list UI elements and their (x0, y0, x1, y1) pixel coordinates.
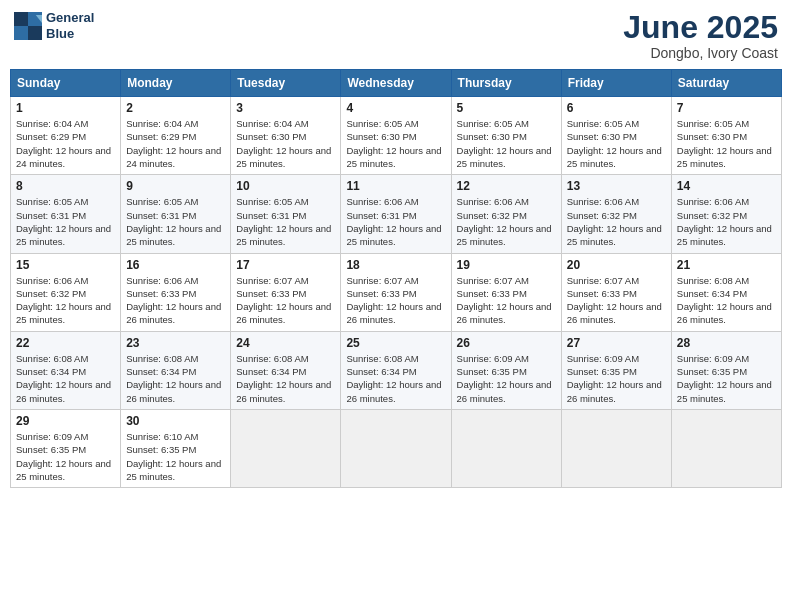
day-info: Sunrise: 6:06 AM Sunset: 6:32 PM Dayligh… (567, 195, 666, 248)
day-info: Sunrise: 6:06 AM Sunset: 6:33 PM Dayligh… (126, 274, 225, 327)
day-number: 12 (457, 179, 556, 193)
calendar-week-row: 29 Sunrise: 6:09 AM Sunset: 6:35 PM Dayl… (11, 409, 782, 487)
calendar-week-row: 15 Sunrise: 6:06 AM Sunset: 6:32 PM Dayl… (11, 253, 782, 331)
day-number: 16 (126, 258, 225, 272)
day-number: 30 (126, 414, 225, 428)
day-info: Sunrise: 6:09 AM Sunset: 6:35 PM Dayligh… (677, 352, 776, 405)
calendar-cell: 29 Sunrise: 6:09 AM Sunset: 6:35 PM Dayl… (11, 409, 121, 487)
weekday-header-wednesday: Wednesday (341, 70, 451, 97)
day-number: 9 (126, 179, 225, 193)
day-number: 22 (16, 336, 115, 350)
day-number: 5 (457, 101, 556, 115)
calendar-cell: 17 Sunrise: 6:07 AM Sunset: 6:33 PM Dayl… (231, 253, 341, 331)
calendar-cell: 10 Sunrise: 6:05 AM Sunset: 6:31 PM Dayl… (231, 175, 341, 253)
day-number: 10 (236, 179, 335, 193)
calendar-cell: 26 Sunrise: 6:09 AM Sunset: 6:35 PM Dayl… (451, 331, 561, 409)
day-info: Sunrise: 6:05 AM Sunset: 6:30 PM Dayligh… (567, 117, 666, 170)
month-title: June 2025 (623, 10, 778, 45)
day-info: Sunrise: 6:08 AM Sunset: 6:34 PM Dayligh… (346, 352, 445, 405)
weekday-header-row: SundayMondayTuesdayWednesdayThursdayFrid… (11, 70, 782, 97)
day-number: 11 (346, 179, 445, 193)
calendar-cell: 18 Sunrise: 6:07 AM Sunset: 6:33 PM Dayl… (341, 253, 451, 331)
day-info: Sunrise: 6:07 AM Sunset: 6:33 PM Dayligh… (567, 274, 666, 327)
day-number: 6 (567, 101, 666, 115)
calendar-cell: 6 Sunrise: 6:05 AM Sunset: 6:30 PM Dayli… (561, 97, 671, 175)
calendar-cell (451, 409, 561, 487)
day-info: Sunrise: 6:09 AM Sunset: 6:35 PM Dayligh… (567, 352, 666, 405)
svg-rect-0 (14, 12, 28, 26)
logo-text: General Blue (46, 10, 94, 41)
calendar-cell: 27 Sunrise: 6:09 AM Sunset: 6:35 PM Dayl… (561, 331, 671, 409)
day-number: 20 (567, 258, 666, 272)
day-info: Sunrise: 6:06 AM Sunset: 6:31 PM Dayligh… (346, 195, 445, 248)
calendar-week-row: 1 Sunrise: 6:04 AM Sunset: 6:29 PM Dayli… (11, 97, 782, 175)
day-info: Sunrise: 6:07 AM Sunset: 6:33 PM Dayligh… (346, 274, 445, 327)
day-number: 26 (457, 336, 556, 350)
day-info: Sunrise: 6:08 AM Sunset: 6:34 PM Dayligh… (16, 352, 115, 405)
day-number: 3 (236, 101, 335, 115)
calendar-cell: 30 Sunrise: 6:10 AM Sunset: 6:35 PM Dayl… (121, 409, 231, 487)
day-info: Sunrise: 6:05 AM Sunset: 6:31 PM Dayligh… (16, 195, 115, 248)
day-info: Sunrise: 6:08 AM Sunset: 6:34 PM Dayligh… (126, 352, 225, 405)
day-info: Sunrise: 6:06 AM Sunset: 6:32 PM Dayligh… (677, 195, 776, 248)
calendar-week-row: 22 Sunrise: 6:08 AM Sunset: 6:34 PM Dayl… (11, 331, 782, 409)
weekday-header-thursday: Thursday (451, 70, 561, 97)
logo: General Blue (14, 10, 94, 41)
day-number: 19 (457, 258, 556, 272)
title-area: June 2025 Dongbo, Ivory Coast (623, 10, 778, 61)
calendar-cell: 1 Sunrise: 6:04 AM Sunset: 6:29 PM Dayli… (11, 97, 121, 175)
calendar-cell: 20 Sunrise: 6:07 AM Sunset: 6:33 PM Dayl… (561, 253, 671, 331)
calendar-cell (671, 409, 781, 487)
calendar-cell: 5 Sunrise: 6:05 AM Sunset: 6:30 PM Dayli… (451, 97, 561, 175)
calendar-cell: 19 Sunrise: 6:07 AM Sunset: 6:33 PM Dayl… (451, 253, 561, 331)
calendar-cell: 21 Sunrise: 6:08 AM Sunset: 6:34 PM Dayl… (671, 253, 781, 331)
calendar-cell: 7 Sunrise: 6:05 AM Sunset: 6:30 PM Dayli… (671, 97, 781, 175)
svg-rect-2 (14, 26, 28, 40)
calendar-cell: 14 Sunrise: 6:06 AM Sunset: 6:32 PM Dayl… (671, 175, 781, 253)
weekday-header-friday: Friday (561, 70, 671, 97)
calendar-cell: 25 Sunrise: 6:08 AM Sunset: 6:34 PM Dayl… (341, 331, 451, 409)
day-number: 14 (677, 179, 776, 193)
weekday-header-tuesday: Tuesday (231, 70, 341, 97)
calendar-cell (561, 409, 671, 487)
day-info: Sunrise: 6:07 AM Sunset: 6:33 PM Dayligh… (236, 274, 335, 327)
day-number: 15 (16, 258, 115, 272)
day-info: Sunrise: 6:09 AM Sunset: 6:35 PM Dayligh… (457, 352, 556, 405)
calendar-cell: 9 Sunrise: 6:05 AM Sunset: 6:31 PM Dayli… (121, 175, 231, 253)
day-info: Sunrise: 6:05 AM Sunset: 6:31 PM Dayligh… (126, 195, 225, 248)
day-number: 2 (126, 101, 225, 115)
day-number: 28 (677, 336, 776, 350)
calendar-cell: 22 Sunrise: 6:08 AM Sunset: 6:34 PM Dayl… (11, 331, 121, 409)
calendar-cell: 12 Sunrise: 6:06 AM Sunset: 6:32 PM Dayl… (451, 175, 561, 253)
day-info: Sunrise: 6:05 AM Sunset: 6:31 PM Dayligh… (236, 195, 335, 248)
day-info: Sunrise: 6:05 AM Sunset: 6:30 PM Dayligh… (346, 117, 445, 170)
day-info: Sunrise: 6:04 AM Sunset: 6:29 PM Dayligh… (16, 117, 115, 170)
weekday-header-monday: Monday (121, 70, 231, 97)
calendar-cell (341, 409, 451, 487)
weekday-header-sunday: Sunday (11, 70, 121, 97)
day-info: Sunrise: 6:07 AM Sunset: 6:33 PM Dayligh… (457, 274, 556, 327)
day-info: Sunrise: 6:04 AM Sunset: 6:30 PM Dayligh… (236, 117, 335, 170)
day-number: 1 (16, 101, 115, 115)
calendar-cell: 24 Sunrise: 6:08 AM Sunset: 6:34 PM Dayl… (231, 331, 341, 409)
calendar-cell: 28 Sunrise: 6:09 AM Sunset: 6:35 PM Dayl… (671, 331, 781, 409)
day-info: Sunrise: 6:06 AM Sunset: 6:32 PM Dayligh… (457, 195, 556, 248)
calendar-cell: 16 Sunrise: 6:06 AM Sunset: 6:33 PM Dayl… (121, 253, 231, 331)
calendar-cell: 8 Sunrise: 6:05 AM Sunset: 6:31 PM Dayli… (11, 175, 121, 253)
logo-icon (14, 12, 42, 40)
day-info: Sunrise: 6:05 AM Sunset: 6:30 PM Dayligh… (677, 117, 776, 170)
calendar-cell: 2 Sunrise: 6:04 AM Sunset: 6:29 PM Dayli… (121, 97, 231, 175)
calendar-cell: 3 Sunrise: 6:04 AM Sunset: 6:30 PM Dayli… (231, 97, 341, 175)
page-header: General Blue June 2025 Dongbo, Ivory Coa… (10, 10, 782, 61)
day-info: Sunrise: 6:08 AM Sunset: 6:34 PM Dayligh… (677, 274, 776, 327)
day-number: 27 (567, 336, 666, 350)
day-number: 25 (346, 336, 445, 350)
day-number: 13 (567, 179, 666, 193)
day-info: Sunrise: 6:10 AM Sunset: 6:35 PM Dayligh… (126, 430, 225, 483)
calendar-cell: 4 Sunrise: 6:05 AM Sunset: 6:30 PM Dayli… (341, 97, 451, 175)
day-number: 17 (236, 258, 335, 272)
day-number: 29 (16, 414, 115, 428)
day-number: 23 (126, 336, 225, 350)
calendar-cell: 15 Sunrise: 6:06 AM Sunset: 6:32 PM Dayl… (11, 253, 121, 331)
day-info: Sunrise: 6:09 AM Sunset: 6:35 PM Dayligh… (16, 430, 115, 483)
